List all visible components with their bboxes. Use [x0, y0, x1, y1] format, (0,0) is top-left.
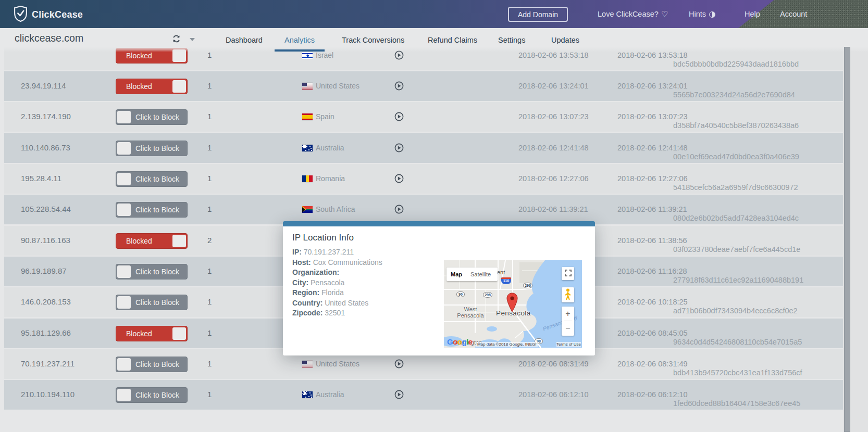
click-hash: 54185cefc56a2a6959f7d9c66300972	[673, 183, 843, 192]
pegman-button[interactable]	[562, 287, 574, 302]
play-icon[interactable]	[394, 174, 404, 183]
first-click-time: 2018-02-06 06:12:10	[518, 390, 589, 399]
pegman-icon	[565, 288, 571, 302]
block-toggle[interactable]: Blocked	[116, 326, 188, 341]
first-click-time: 2018-02-06 12:41:48	[518, 144, 589, 152]
click-hash: 1fed60dced88b164047158e3c67ee45	[673, 399, 843, 408]
ip-address: 105.228.54.44	[21, 205, 71, 213]
zoom-out-button[interactable]: −	[562, 321, 574, 335]
play-icon[interactable]	[394, 390, 404, 399]
heart-icon: ♡	[661, 9, 668, 18]
zoom-in-button[interactable]: +	[562, 307, 574, 321]
last-click-time: 2018-02-06 12:27:06	[617, 174, 688, 183]
last-click-time: 2018-02-06 13:53:18	[617, 51, 688, 59]
click-hash: 00e10ef69ead47d0bd0ea3f0a406e39	[673, 153, 843, 161]
last-click-time: 2018-02-06 08:45:05	[617, 329, 688, 337]
click-count: 1	[207, 359, 212, 368]
block-toggle-label: Blocked	[126, 79, 152, 94]
toggle-knob	[117, 142, 131, 155]
country-flag	[302, 145, 313, 151]
block-toggle[interactable]: Blocked	[116, 79, 188, 94]
map-label-west-pensacola: West Pensacola	[453, 306, 488, 319]
play-icon[interactable]	[394, 359, 404, 369]
toggle-knob	[117, 173, 131, 185]
map-button[interactable]: Map	[447, 271, 466, 277]
domain-dropdown-caret[interactable]	[190, 38, 195, 41]
toggle-knob	[172, 327, 186, 340]
tab-track-conversions[interactable]: Track Conversions	[342, 36, 404, 44]
block-toggle[interactable]: Click to Block	[116, 387, 188, 403]
account-link[interactable]: Account	[780, 0, 807, 28]
love-clickcease-link[interactable]: Love ClickCease?♡	[598, 0, 668, 28]
detail-zipcode: Zipcode: 32501	[292, 308, 382, 319]
ip-details: IP: 70.191.237.211Host: Cox Communicatio…	[292, 247, 382, 319]
map-pin-icon	[506, 293, 518, 314]
block-toggle[interactable]: Blocked	[116, 233, 188, 249]
clickcease-app: Blocked 1 Israel 2018-02-06 13:53:18 201…	[0, 0, 868, 432]
block-toggle-label: Click to Block	[135, 202, 179, 217]
google-logo[interactable]: Google	[447, 337, 473, 346]
click-hash: 9634c0d4d54246808110cb54e7015a5	[673, 338, 843, 346]
click-count: 1	[207, 174, 212, 183]
click-hash: ad71b06b0df7343094b4ecc6c8cf0e2	[673, 307, 843, 315]
play-icon[interactable]	[394, 143, 404, 153]
map-embed[interactable]: Pensacola Bay ent West Pensacola Pensaco…	[444, 260, 582, 348]
refresh-button[interactable]	[172, 34, 181, 45]
modal-title: IP Location Info	[292, 233, 354, 243]
top-navbar: ClickCease Add Domain Love ClickCease?♡ …	[0, 0, 868, 28]
help-link[interactable]: Help	[745, 0, 760, 28]
detail-country: Country: United States	[292, 298, 382, 309]
play-icon[interactable]	[394, 81, 404, 91]
brand[interactable]: ClickCease	[14, 6, 83, 24]
tab-updates[interactable]: Updates	[551, 36, 579, 44]
block-toggle[interactable]: Click to Block	[116, 264, 188, 279]
highway-shield-110: 110	[501, 277, 511, 284]
map-type-control: Map Satellite	[447, 268, 498, 281]
fullscreen-icon	[565, 269, 572, 278]
block-toggle[interactable]: Click to Block	[116, 141, 188, 156]
toggle-knob	[117, 265, 131, 278]
block-toggle[interactable]: Click to Block	[116, 171, 188, 187]
map-attribution: Map data ©2018 Google, INEGI	[476, 342, 538, 347]
country-flag	[302, 361, 313, 367]
tab-analytics[interactable]: Analytics	[284, 36, 315, 44]
play-icon[interactable]	[394, 112, 404, 121]
block-toggle-label: Click to Block	[135, 295, 179, 310]
detail-ip: IP: 70.191.237.211	[292, 247, 382, 258]
country-name: Australia	[316, 144, 344, 152]
satellite-button[interactable]: Satellite	[466, 271, 495, 277]
ip-location-modal: IP Location Info IP: 70.191.237.211Host:…	[283, 221, 595, 355]
ip-address: 95.181.129.66	[21, 328, 71, 337]
block-toggle[interactable]: Click to Block	[116, 357, 188, 372]
country-flag	[302, 83, 313, 90]
map-label-fragment: ent	[497, 269, 505, 275]
detail-city: City: Pensacola	[292, 278, 382, 288]
click-count: 1	[207, 205, 212, 213]
tab-dashboard[interactable]: Dashboard	[226, 36, 263, 44]
scrollbar-thumb[interactable]	[844, 47, 850, 432]
click-hash: 5565b7e003234d24a56d2e7690d84	[673, 91, 843, 99]
current-domain[interactable]: clickcease.com	[15, 32, 83, 44]
highway-shield-295: 295	[483, 292, 492, 298]
fullscreen-button[interactable]	[562, 267, 574, 280]
hints-link[interactable]: Hints	[689, 0, 715, 28]
click-hash: 080d2e6b02bd5add7428ea3104ed4c	[673, 214, 843, 222]
last-click-time: 2018-02-06 12:41:48	[617, 144, 688, 152]
block-toggle[interactable]: Click to Block	[116, 109, 188, 125]
block-toggle[interactable]: Click to Block	[116, 295, 188, 310]
terms-of-use-link[interactable]: Terms of Use	[556, 342, 581, 347]
block-toggle-label: Click to Block	[135, 110, 179, 124]
country-name: Australia	[316, 390, 344, 399]
add-domain-button[interactable]: Add Domain	[508, 7, 568, 22]
refresh-icon	[172, 36, 181, 45]
country-name: Romania	[316, 174, 345, 183]
detail-organization: Organization:	[292, 268, 382, 278]
click-count: 1	[207, 297, 212, 306]
tab-settings[interactable]: Settings	[498, 36, 525, 44]
tab-refund-claims[interactable]: Refund Claims	[428, 36, 477, 44]
detail-host: Host: Cox Communications	[292, 258, 382, 268]
block-toggle[interactable]: Click to Block	[116, 202, 188, 218]
table-row: 105.228.54.44 Click to Block 1 South Afr…	[4, 195, 843, 224]
play-icon[interactable]	[394, 205, 404, 214]
last-click-time: 2018-02-06 11:39:21	[617, 205, 687, 213]
